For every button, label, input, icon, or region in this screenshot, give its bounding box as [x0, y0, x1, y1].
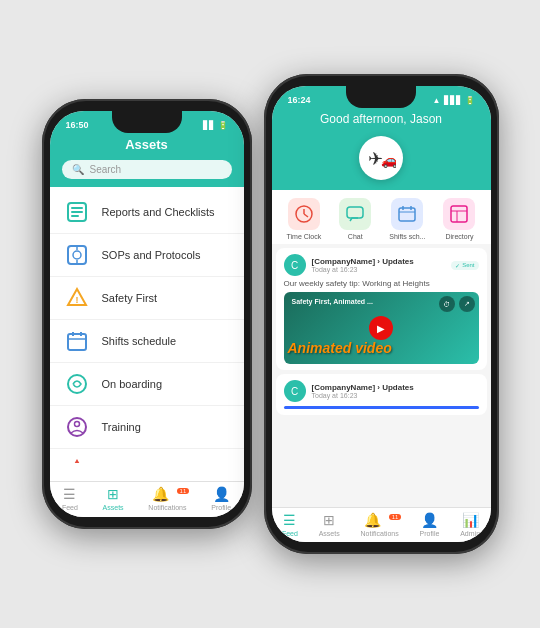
qa-directory[interactable]: Directory	[443, 198, 475, 240]
left-phone: 16:50 ▋▋ 🔋 Assets 🔍 Search	[42, 99, 252, 529]
svg-rect-2	[71, 211, 83, 213]
left-time: 16:50	[66, 120, 89, 130]
assets-icon: ⊞	[107, 486, 119, 502]
menu-item-training[interactable]: Training	[50, 406, 244, 449]
left-search-container: 🔍 Search	[50, 160, 244, 187]
feed-card-2: C [CompanyName] › Updates Today at 16:23	[276, 374, 487, 415]
right-greeting: Good afternoon, Jason	[272, 110, 491, 136]
directory-label: Directory	[445, 233, 473, 240]
training-icon	[64, 414, 90, 440]
menu-item-safety[interactable]: ! Safety First	[50, 277, 244, 320]
svg-point-5	[73, 251, 81, 259]
blue-divider	[284, 406, 479, 409]
profile-label: Profile	[211, 504, 231, 511]
feed-meta-1: [CompanyName] › Updates Today at 16:23	[312, 257, 446, 273]
shifts-icon	[64, 328, 90, 354]
assets-icon-r: ⊞	[323, 512, 335, 528]
quick-actions: Time Clock Chat	[272, 190, 491, 244]
right-bottom-nav: ☰ Feed ⊞ Assets 🔔 11 Notifications 👤 P	[272, 507, 491, 542]
right-nav-feed[interactable]: ☰ Feed	[282, 512, 298, 537]
right-nav-notifications[interactable]: 🔔 11 Notifications	[361, 512, 399, 537]
left-bottom-nav: ☰ Feed ⊞ Assets 🔔 11 Notifications 👤 P	[50, 481, 244, 517]
feed-text-1: Our weekly safety tip: Working at Height…	[284, 279, 479, 288]
safety-label: Safety First	[102, 292, 158, 304]
notif-wrap-r: 🔔 11	[364, 512, 396, 528]
right-screen: 16:24 ▲ ▋▋▋ 🔋 Good afternoon, Jason ✈ 🚗	[272, 86, 491, 542]
video-thumbnail[interactable]: Safety First, Animated ... ⏱ ↗ ▶ Animate…	[284, 292, 479, 364]
svg-rect-25	[347, 207, 363, 218]
feed-avatar-1: C	[284, 254, 306, 276]
notifications-badge-r: 11	[389, 514, 402, 520]
feed-header-2: C [CompanyName] › Updates Today at 16:23	[284, 380, 479, 402]
feed-section: C [CompanyName] › Updates Today at 16:23…	[272, 244, 491, 507]
timeclock-label: Time Clock	[287, 233, 322, 240]
feed-header-1: C [CompanyName] › Updates Today at 16:23…	[284, 254, 479, 276]
right-nav-profile[interactable]: 👤 Profile	[420, 512, 440, 537]
menu-list: Reports and Checklists SOPs and Protocol…	[50, 187, 244, 463]
svg-marker-17	[68, 461, 86, 463]
shifts-qa-icon	[391, 198, 423, 230]
feed-icon: ☰	[63, 486, 76, 502]
video-icons: ⏱ ↗	[439, 296, 475, 312]
menu-item-reports[interactable]: Reports and Checklists	[50, 191, 244, 234]
right-nav-admin[interactable]: 📊 Admin	[460, 512, 480, 537]
battery-icon: 🔋	[218, 121, 228, 130]
notifications-label-r: Notifications	[361, 530, 399, 537]
search-placeholder: Search	[90, 164, 122, 175]
shifts-label: Shifts schedule	[102, 335, 177, 347]
menu-item-onboarding[interactable]: On boarding	[50, 363, 244, 406]
right-notch	[346, 86, 416, 108]
signal-icon: ▋▋	[203, 121, 215, 130]
feed-card-1: C [CompanyName] › Updates Today at 16:23…	[276, 248, 487, 370]
notifications-wrap: 🔔 11	[152, 486, 184, 502]
sops-icon	[64, 242, 90, 268]
feed-badge-1: ✓ Sent	[451, 261, 478, 270]
menu-item-shifts[interactable]: Shifts schedule	[50, 320, 244, 363]
svg-rect-10	[68, 334, 86, 350]
greeting-text: Good afternoon, Jason	[320, 112, 442, 126]
menu-item-compliance[interactable]: Compliance	[50, 449, 244, 463]
avatar-area: ✈ 🚗	[272, 136, 491, 190]
svg-point-14	[68, 375, 86, 393]
admin-icon: 📊	[462, 512, 479, 528]
qa-chat[interactable]: Chat	[339, 198, 371, 240]
scene: 16:50 ▋▋ 🔋 Assets 🔍 Search	[0, 0, 540, 628]
svg-rect-1	[71, 207, 83, 209]
svg-rect-30	[451, 206, 467, 222]
avatar: ✈ 🚗	[359, 136, 403, 180]
search-bar[interactable]: 🔍 Search	[62, 160, 232, 179]
check-icon: ✓	[455, 262, 460, 269]
left-notch	[112, 111, 182, 133]
video-overlay: Animated video	[288, 340, 392, 356]
feed-title-2: [CompanyName] › Updates	[312, 383, 479, 392]
left-nav-profile[interactable]: 👤 Profile	[211, 486, 231, 511]
signal-icon-r: ▋▋▋	[444, 96, 462, 105]
left-nav-feed[interactable]: ☰ Feed	[62, 486, 78, 511]
qa-timeclock[interactable]: Time Clock	[287, 198, 322, 240]
right-time: 16:24	[288, 95, 311, 105]
assets-label: Assets	[103, 504, 124, 511]
reports-label: Reports and Checklists	[102, 206, 215, 218]
left-status-icons: ▋▋ 🔋	[203, 121, 228, 130]
left-nav-notifications[interactable]: 🔔 11 Notifications	[148, 486, 186, 511]
assets-label-r: Assets	[319, 530, 340, 537]
svg-text:!: !	[75, 295, 78, 305]
onboarding-label: On boarding	[102, 378, 163, 390]
right-nav-assets[interactable]: ⊞ Assets	[319, 512, 340, 537]
compliance-icon	[64, 457, 90, 463]
menu-item-sops[interactable]: SOPs and Protocols	[50, 234, 244, 277]
profile-label-r: Profile	[420, 530, 440, 537]
onboarding-icon	[64, 371, 90, 397]
left-nav-assets[interactable]: ⊞ Assets	[103, 486, 124, 511]
play-button[interactable]: ▶	[369, 316, 393, 340]
qa-shifts[interactable]: Shifts sch...	[389, 198, 425, 240]
directory-icon	[443, 198, 475, 230]
notifications-icon-r: 🔔	[364, 512, 381, 528]
feed-icon-r: ☰	[283, 512, 296, 528]
profile-icon: 👤	[213, 486, 230, 502]
share-video-icon[interactable]: ↗	[459, 296, 475, 312]
profile-icon-r: 👤	[421, 512, 438, 528]
video-title: Safety First, Animated ...	[292, 298, 373, 305]
left-screen: 16:50 ▋▋ 🔋 Assets 🔍 Search	[50, 111, 244, 517]
right-phone: 16:24 ▲ ▋▋▋ 🔋 Good afternoon, Jason ✈ 🚗	[264, 74, 499, 554]
